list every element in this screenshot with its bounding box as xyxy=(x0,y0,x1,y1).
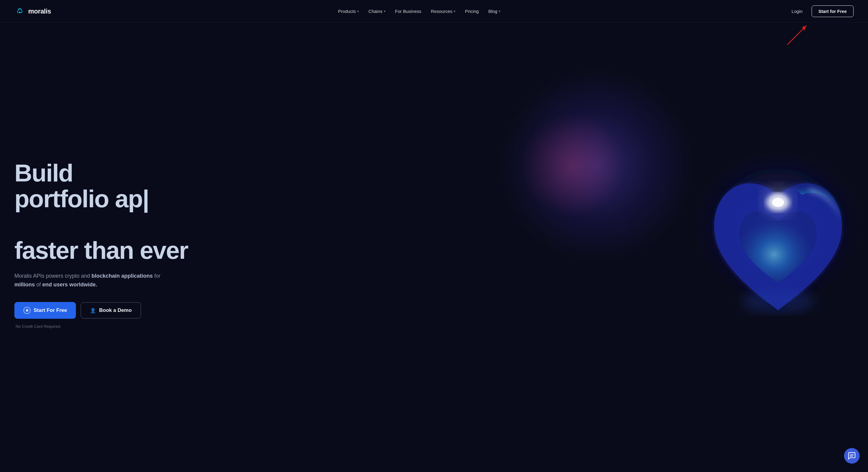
nav-actions: Login Start for Free xyxy=(787,5,854,17)
hero-section: Build portfolio ap| faster than ever Mor… xyxy=(0,23,868,472)
nav-item-resources[interactable]: Resources ▾ xyxy=(427,6,460,16)
hero-description: Moralis APIs powers crypto and blockchai… xyxy=(14,272,170,289)
hero-buttons: ⊕ Start For Free 👤 Book a Demo xyxy=(14,302,188,319)
nav-links: Products ▾ Chains ▾ For Business Resourc… xyxy=(334,6,504,16)
logo-link[interactable]: moralis xyxy=(14,6,51,17)
start-free-hero-button[interactable]: ⊕ Start For Free xyxy=(14,302,76,319)
nav-item-chains[interactable]: Chains ▾ xyxy=(364,6,390,16)
nav-item-for-business[interactable]: For Business xyxy=(391,6,426,16)
main-nav: moralis Products ▾ Chains ▾ For Business… xyxy=(0,0,868,23)
blog-chevron-icon: ▾ xyxy=(499,9,500,13)
nav-item-products[interactable]: Products ▾ xyxy=(334,6,363,16)
glow-pink xyxy=(520,113,625,218)
hero-title: Build portfolio ap| faster than ever xyxy=(14,160,188,263)
circle-arrow-icon: ⊕ xyxy=(23,307,31,314)
svg-point-0 xyxy=(19,11,21,13)
moralis-logo-icon xyxy=(14,6,25,17)
products-chevron-icon: ▾ xyxy=(357,9,359,13)
book-demo-button[interactable]: 👤 Book a Demo xyxy=(81,302,141,318)
hero-heart-visual xyxy=(670,139,868,355)
start-free-nav-button[interactable]: Start for Free xyxy=(812,5,854,17)
hero-disclaimer: No Credit Card Required. xyxy=(16,324,188,329)
chat-bubble-button[interactable] xyxy=(844,448,860,464)
logo-text: moralis xyxy=(28,7,51,15)
svg-point-11 xyxy=(852,454,853,455)
person-icon: 👤 xyxy=(90,308,96,313)
chains-chevron-icon: ▾ xyxy=(384,9,385,13)
svg-point-7 xyxy=(771,193,785,209)
glow-center xyxy=(499,68,694,263)
svg-point-8 xyxy=(742,289,814,313)
resources-chevron-icon: ▾ xyxy=(454,9,455,13)
nav-item-blog[interactable]: Blog ▾ xyxy=(484,6,504,16)
nav-item-pricing[interactable]: Pricing xyxy=(461,6,483,16)
svg-point-10 xyxy=(851,454,852,455)
svg-point-9 xyxy=(850,454,851,455)
chat-icon xyxy=(848,452,856,460)
hero-content: Build portfolio ap| faster than ever Mor… xyxy=(14,160,188,329)
login-link[interactable]: Login xyxy=(787,6,807,16)
